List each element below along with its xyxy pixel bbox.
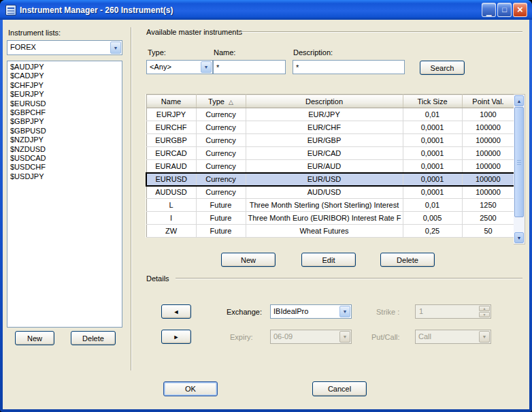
chevron-down-icon[interactable]: ▼	[110, 42, 121, 54]
app-icon	[5, 5, 16, 16]
move-left-button[interactable]: ◄	[161, 304, 191, 319]
ok-button[interactable]: OK	[163, 381, 218, 396]
putcall-combo-value: Call	[416, 330, 478, 343]
search-button[interactable]: Search	[420, 61, 465, 75]
strike-label: Strike :	[376, 308, 399, 316]
table-header: Name Type△ Description Tick Size Point V…	[146, 95, 514, 108]
list-delete-button[interactable]: Delete	[71, 331, 116, 345]
description-label: Description:	[293, 48, 333, 57]
chevron-down-icon: ▼	[479, 331, 490, 343]
instrument-list-combo-value: FOREX	[7, 41, 110, 54]
list-item[interactable]: $EURJPY	[8, 90, 121, 99]
table-row[interactable]: EURJPYCurrencyEUR/JPY0,011000	[146, 108, 514, 121]
spinner-down-icon: ▼	[479, 312, 490, 317]
chevron-down-icon[interactable]: ▼	[201, 61, 212, 73]
instrument-list-box[interactable]: $AUDJPY $CADJPY $CHFJPY $EURJPY $EURUSD …	[7, 61, 122, 328]
master-instruments-group-label: Available master instruments	[146, 28, 242, 36]
chevron-down-icon: ▼	[339, 331, 350, 343]
col-header-point-val[interactable]: Point Val.	[462, 95, 514, 108]
exchange-label: Exchange:	[227, 308, 262, 316]
details-separator-line	[176, 278, 522, 279]
exchange-combo[interactable]: IBIdealPro ▼	[270, 304, 352, 319]
sort-asc-icon: △	[229, 99, 233, 106]
col-header-tick-size[interactable]: Tick Size	[403, 95, 462, 108]
window-title: Instrument Manager - 260 Instrument(s)	[20, 5, 173, 15]
table-row[interactable]: ZWFutureWheat Futures0,2550	[146, 225, 514, 238]
list-item[interactable]: $GBPUSD	[8, 127, 121, 136]
maximize-button[interactable]: □	[497, 3, 512, 17]
instrument-list-combo[interactable]: FOREX ▼	[7, 40, 122, 55]
table-row[interactable]: EURCADCurrencyEUR/CAD0,0001100000	[146, 147, 514, 160]
table-row-selected[interactable]: EURUSDCurrencyEUR/USD0,0001100000	[146, 173, 514, 186]
putcall-combo: Call ▼	[415, 330, 491, 344]
list-new-button[interactable]: New	[15, 331, 54, 345]
table-row[interactable]: IFutureThree Month Euro (EURIBOR) Intere…	[146, 212, 514, 225]
close-icon: ×	[517, 4, 523, 14]
minimize-icon: ▁	[486, 9, 492, 16]
table-scrollbar[interactable]: ▲ ▼	[514, 94, 525, 244]
spinner-buttons: ▲ ▼	[479, 306, 490, 317]
table-row[interactable]: EURCHFCurrencyEUR/CHF0,0001100000	[146, 121, 514, 134]
exchange-combo-value: IBIdealPro	[271, 305, 339, 318]
titlebar[interactable]: Instrument Manager - 260 Instrument(s) ▁…	[0, 0, 532, 20]
spinner-up-icon: ▲	[479, 306, 490, 311]
table-row[interactable]: LFutureThree Month Sterling (Short Sterl…	[146, 199, 514, 212]
details-group-label: Details	[146, 274, 169, 283]
table-row[interactable]: EURGBPCurrencyEUR/GBP0,0001100000	[146, 134, 514, 147]
col-header-description[interactable]: Description	[246, 95, 403, 108]
scroll-down-icon[interactable]: ▼	[514, 232, 524, 243]
col-header-label: Description	[305, 97, 343, 106]
list-item[interactable]: $GBPJPY	[8, 117, 121, 126]
screen: Instrument Manager - 260 Instrument(s) ▁…	[0, 0, 532, 412]
col-header-label: Type	[208, 97, 225, 106]
type-filter-combo[interactable]: <Any> ▼	[146, 60, 213, 74]
maximize-icon: □	[502, 6, 507, 14]
titlebar-buttons: ▁ □ ×	[482, 3, 527, 17]
list-item[interactable]: $USDCAD	[8, 154, 121, 163]
name-filter-input[interactable]	[213, 60, 286, 74]
strike-spinner: 1 ▲ ▼	[415, 304, 491, 319]
strike-value: 1	[416, 305, 478, 318]
list-item[interactable]: $NZDUSD	[8, 145, 121, 154]
expiry-combo-value: 06-09	[271, 330, 339, 343]
list-item[interactable]: $EURUSD	[8, 99, 121, 108]
instrument-delete-button[interactable]: Delete	[380, 253, 435, 267]
expiry-label: Expiry:	[230, 333, 253, 341]
col-header-label: Point Val.	[472, 97, 503, 106]
minimize-button[interactable]: ▁	[482, 3, 496, 17]
group-separator-line	[239, 31, 522, 33]
cancel-button[interactable]: Cancel	[312, 381, 367, 396]
panel-separator-line	[131, 27, 132, 370]
type-label: Type:	[148, 48, 166, 57]
description-filter-input[interactable]	[293, 60, 405, 74]
scroll-up-icon[interactable]: ▲	[514, 95, 524, 106]
name-label: Name:	[214, 48, 235, 57]
right-arrow-icon: ►	[173, 334, 180, 340]
type-filter-value: <Any>	[147, 61, 200, 74]
expiry-combo: 06-09 ▼	[270, 330, 352, 344]
table-row[interactable]: EURAUDCurrencyEUR/AUD0,0001100000	[146, 160, 514, 173]
instrument-lists-label: Instrument lists:	[8, 29, 61, 37]
list-item[interactable]: $NZDJPY	[8, 136, 121, 144]
col-header-name[interactable]: Name	[146, 95, 196, 108]
left-arrow-icon: ◄	[173, 308, 180, 315]
move-right-button[interactable]: ►	[161, 330, 191, 344]
table-row[interactable]: AUDUSDCurrencyAUD/USD0,0001100000	[146, 186, 514, 199]
col-header-type[interactable]: Type△	[196, 95, 246, 108]
list-item[interactable]: $AUDJPY	[8, 63, 121, 72]
list-item[interactable]: $GBPCHF	[8, 108, 121, 117]
scrollbar-thumb[interactable]	[514, 107, 524, 217]
list-item[interactable]: $CADJPY	[8, 72, 121, 80]
list-item[interactable]: $USDJPY	[8, 172, 121, 181]
chevron-down-icon[interactable]: ▼	[339, 306, 350, 317]
list-item[interactable]: $CHFJPY	[8, 81, 121, 90]
instrument-edit-button[interactable]: Edit	[301, 253, 356, 267]
close-button[interactable]: ×	[513, 3, 527, 17]
col-header-label: Name	[161, 97, 181, 106]
putcall-label: Put/Call:	[371, 333, 400, 341]
instruments-table: Name Type△ Description Tick Size Point V…	[146, 94, 515, 238]
col-header-label: Tick Size	[417, 97, 447, 106]
instrument-new-button[interactable]: New	[221, 253, 276, 267]
list-item[interactable]: $USDCHF	[8, 163, 121, 172]
